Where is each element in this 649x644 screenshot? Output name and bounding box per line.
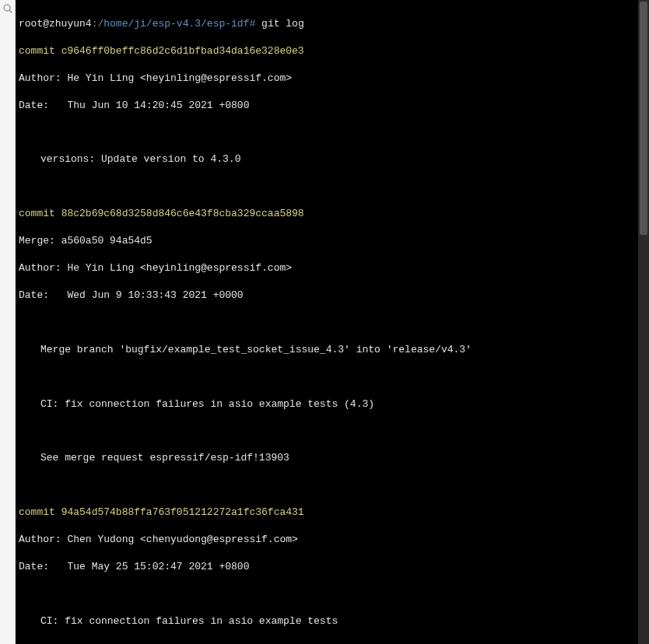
- commit-label: commit: [19, 506, 55, 518]
- command: git log: [261, 18, 304, 30]
- scroll-thumb[interactable]: [640, 2, 647, 235]
- commit-message: Merge branch 'bugfix/example_test_socket…: [19, 343, 635, 357]
- author-value: He Yin Ling <heyinling@espressif.com>: [67, 262, 292, 274]
- scrollbar[interactable]: [638, 0, 649, 644]
- commit-message: CI: fix connection failures in asio exam…: [19, 614, 635, 628]
- commit-hash: 88c2b69c68d3258d846c6e43f8cba329ccaa5898: [61, 208, 304, 219]
- commit-header: commit 88c2b69c68d3258d846c6e43f8cba329c…: [19, 207, 635, 221]
- date-value: Wed Jun 9 10:33:43 2021 +0000: [67, 289, 243, 301]
- commit-header: commit c9646ff0beffc86d2c6d1bfbad34da16e…: [19, 44, 635, 58]
- commit-message: CI: fix connection failures in asio exam…: [19, 397, 635, 411]
- author-value: He Yin Ling <heyinling@espressif.com>: [67, 72, 292, 84]
- date-value: Thu Jun 10 14:20:45 2021 +0800: [67, 100, 249, 111]
- search-icon[interactable]: [2, 3, 13, 14]
- date-line: Date: Wed Jun 9 10:33:43 2021 +0000: [19, 289, 635, 303]
- svg-point-0: [4, 5, 10, 11]
- prompt-user-host: root@zhuyun4: [19, 18, 92, 30]
- date-value: Tue May 25 15:02:47 2021 +0800: [67, 561, 249, 572]
- merge-line: Merge: a560a50 94a54d5: [19, 234, 635, 248]
- commit-hash: c9646ff0beffc86d2c6d1bfbad34da16e328e0e3: [61, 45, 304, 57]
- sidebar: [0, 0, 16, 644]
- commit-message: See merge request espressif/esp-idf!1390…: [19, 451, 635, 465]
- date-line: Date: Thu Jun 10 14:20:45 2021 +0800: [19, 99, 635, 113]
- author-line: Author: He Yin Ling <heyinling@espressif…: [19, 72, 635, 86]
- author-line: Author: He Yin Ling <heyinling@espressif…: [19, 261, 635, 275]
- prompt-line: root@zhuyun4:/home/ji/esp-v4.3/esp-idf# …: [19, 17, 635, 31]
- date-line: Date: Tue May 25 15:02:47 2021 +0800: [19, 560, 635, 574]
- commit-label: commit: [19, 208, 55, 219]
- merge-value: a560a50 94a54d5: [61, 235, 153, 247]
- commit-message: versions: Update version to 4.3.0: [19, 152, 635, 166]
- commit-header: commit 94a54d574b88ffa763f051212272a1fc3…: [19, 506, 635, 520]
- author-line: Author: Chen Yudong <chenyudong@espressi…: [19, 533, 635, 547]
- commit-label: commit: [19, 45, 55, 57]
- commit-hash: 94a54d574b88ffa763f051212272a1fc36fca431: [61, 506, 304, 518]
- svg-line-1: [9, 10, 12, 12]
- terminal-output[interactable]: root@zhuyun4:/home/ji/esp-v4.3/esp-idf# …: [16, 0, 638, 644]
- prompt-path: :/home/ji/esp-v4.3/esp-idf#: [92, 18, 256, 30]
- author-value: Chen Yudong <chenyudong@espressif.com>: [67, 534, 297, 545]
